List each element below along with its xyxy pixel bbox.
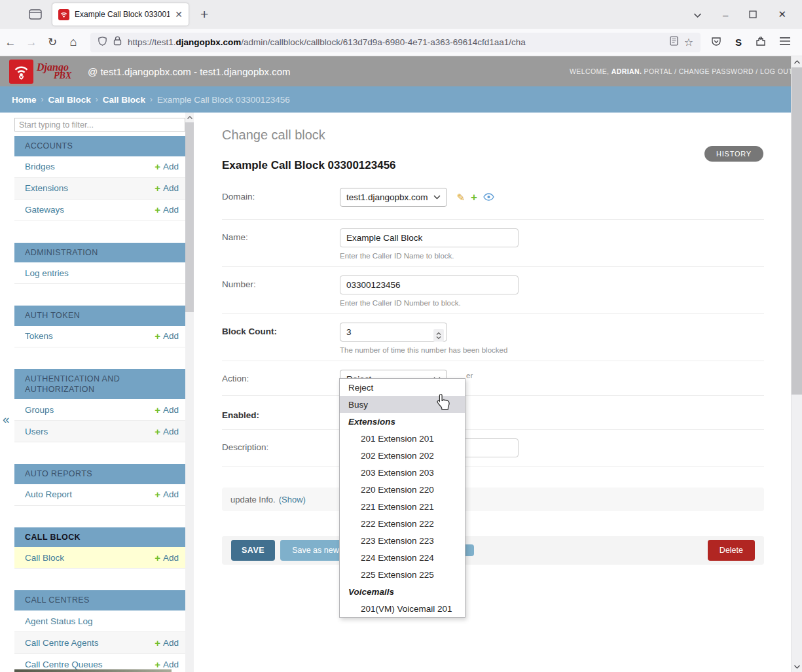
option-extension-202[interactable]: 202 Extension 202 (340, 447, 465, 464)
section-auth-token: AUTH TOKEN (14, 306, 185, 326)
site-label: @ test1.djangopbx.com - test1.djangopbx.… (88, 66, 291, 77)
option-extension-223[interactable]: 223 Extension 223 (340, 532, 465, 549)
block-count-help: The number of time this number has been … (340, 346, 764, 354)
number-help: Enter the Caller ID Number to block. (340, 299, 764, 307)
maximize-button[interactable] (749, 9, 757, 20)
add-bridges-link[interactable]: +Add (155, 162, 179, 171)
plus-icon: + (155, 331, 160, 341)
home-button[interactable]: ⌂ (63, 35, 84, 49)
scrollbar-thumb[interactable] (185, 122, 194, 312)
new-tab-button[interactable]: + (200, 7, 208, 22)
sidebar-item-extensions[interactable]: Extensions +Add (14, 178, 185, 200)
breadcrumb-home[interactable]: Home (12, 95, 37, 105)
option-extension-225[interactable]: 225 Extension 225 (340, 566, 465, 583)
reader-mode-icon[interactable] (670, 36, 678, 48)
change-password-link[interactable]: CHANGE PASSWORD (679, 67, 754, 75)
firefox-view-icon[interactable] (29, 9, 42, 20)
close-tab-icon[interactable]: ✕ (175, 10, 183, 19)
show-update-info-link[interactable]: (Show) (279, 495, 306, 504)
object-heading: Example Call Block 03300123456 (222, 159, 764, 172)
portal-link[interactable]: PORTAL (644, 67, 672, 75)
edit-domain-pencil-icon[interactable]: ✎ (456, 192, 465, 203)
plus-icon: + (155, 162, 160, 171)
sidebar-item-users[interactable]: Users +Add (14, 421, 185, 442)
sidebar-collapse-icon[interactable]: « (3, 412, 10, 427)
welcome-text: WELCOME, (570, 67, 609, 75)
sidebar-item-tokens[interactable]: Tokens +Add (14, 326, 185, 347)
scroll-down-icon[interactable] (792, 661, 802, 672)
save-button[interactable]: SAVE (231, 540, 275, 561)
option-extension-222[interactable]: 222 Extension 222 (340, 515, 465, 532)
reload-button[interactable]: ↻ (42, 35, 63, 49)
sidebar-item-auto-report[interactable]: Auto Report +Add (14, 484, 185, 506)
plus-icon: + (155, 489, 160, 499)
lock-icon[interactable] (113, 36, 122, 48)
number-input[interactable] (340, 275, 519, 294)
forward-button[interactable]: → (21, 36, 42, 49)
option-extension-201[interactable]: 201 Extension 201 (340, 430, 465, 447)
tab-list-chevron-icon[interactable] (693, 9, 702, 20)
sidebar-item-call-block[interactable]: Call Block +Add (14, 547, 185, 569)
bookmark-star-icon[interactable]: ☆ (684, 37, 693, 48)
action-dropdown-list: Reject Busy Extensions 201 Extension 201… (339, 378, 465, 618)
option-extension-221[interactable]: 221 Extension 221 (340, 498, 465, 515)
block-count-input[interactable] (340, 323, 447, 342)
number-stepper[interactable] (433, 329, 444, 342)
option-extension-220[interactable]: 220 Extension 220 (340, 481, 465, 498)
name-input[interactable] (340, 228, 519, 247)
sidebar-item-agent-status-log[interactable]: Agent Status Log (14, 610, 185, 632)
breadcrumb-call-block-model[interactable]: Call Block (103, 95, 145, 105)
tab-strip: Example Call Block 03300123456 ✕ + – ✕ (0, 0, 802, 29)
scrollbar-thumb[interactable] (792, 67, 802, 395)
view-domain-eye-icon[interactable] (483, 192, 494, 203)
extensions-puzzle-icon[interactable] (756, 36, 766, 49)
extension-s-icon[interactable]: S (735, 37, 742, 48)
pocket-icon[interactable] (711, 36, 721, 49)
delete-button[interactable]: Delete (708, 540, 755, 561)
add-users-link[interactable]: +Add (155, 427, 179, 436)
domain-select[interactable]: test1.djangopbx.com (340, 188, 447, 207)
option-extension-224[interactable]: 224 Extension 224 (340, 549, 465, 566)
close-window-button[interactable]: ✕ (778, 9, 786, 20)
sidebar-item-gateways[interactable]: Gateways +Add (14, 200, 185, 221)
add-call-block-link[interactable]: +Add (155, 553, 179, 563)
scroll-up-icon[interactable] (792, 56, 802, 67)
page-title: Change call block (222, 128, 764, 143)
option-extension-203[interactable]: 203 Extension 203 (340, 464, 465, 481)
sidebar-item-bridges[interactable]: Bridges +Add (14, 156, 185, 178)
optgroup-extensions: Extensions (340, 413, 465, 430)
history-button[interactable]: HISTORY (704, 146, 763, 162)
sidebar-scrollbar[interactable] (185, 113, 194, 672)
add-domain-plus-icon[interactable]: + (471, 192, 477, 203)
add-extensions-link[interactable]: +Add (155, 183, 179, 193)
breadcrumb-call-block-app[interactable]: Call Block (48, 95, 91, 105)
browser-tab[interactable]: Example Call Block 03300123456 ✕ (52, 3, 189, 26)
sidebar-item-log-entries[interactable]: Log entries (14, 262, 185, 284)
djangopbx-logo-text: DjangoPBX (37, 63, 77, 80)
main-panel: Change call block HISTORY Example Call B… (222, 128, 764, 565)
add-call-centre-agents-link[interactable]: +Add (155, 638, 179, 648)
action-label: Action: (222, 370, 340, 383)
plus-icon: + (155, 405, 160, 415)
page-scrollbar[interactable] (791, 56, 802, 672)
sidebar-item-groups[interactable]: Groups +Add (14, 399, 185, 421)
add-gateways-link[interactable]: +Add (155, 205, 179, 215)
add-auto-report-link[interactable]: +Add (155, 489, 179, 499)
sidebar-filter-input[interactable] (14, 118, 185, 132)
scroll-up-icon[interactable] (185, 113, 194, 122)
logout-link[interactable]: LOG OUT (760, 67, 793, 75)
add-groups-link[interactable]: +Add (155, 405, 179, 415)
admin-sidebar: ACCOUNTS Bridges +Add Extensions +Add Ga… (14, 118, 185, 672)
sidebar-item-call-centre-agents[interactable]: Call Centre Agents +Add (14, 632, 185, 654)
minimize-button[interactable]: – (723, 9, 728, 20)
block-count-label: Block Count: (222, 323, 340, 336)
menu-hamburger-icon[interactable] (780, 37, 790, 48)
url-bar[interactable]: https://test1.djangopbx.com/admin/callbl… (90, 33, 701, 52)
add-call-centre-queues-link[interactable]: +Add (155, 660, 179, 669)
tracking-protection-shield-icon[interactable] (98, 36, 107, 49)
option-voicemail-201[interactable]: 201(VM) Voicemail 201 (340, 600, 465, 617)
field-row-description: Description: (222, 430, 764, 467)
add-tokens-link[interactable]: +Add (155, 331, 179, 341)
back-button[interactable]: ← (0, 36, 21, 49)
description-label: Description: (222, 438, 340, 452)
